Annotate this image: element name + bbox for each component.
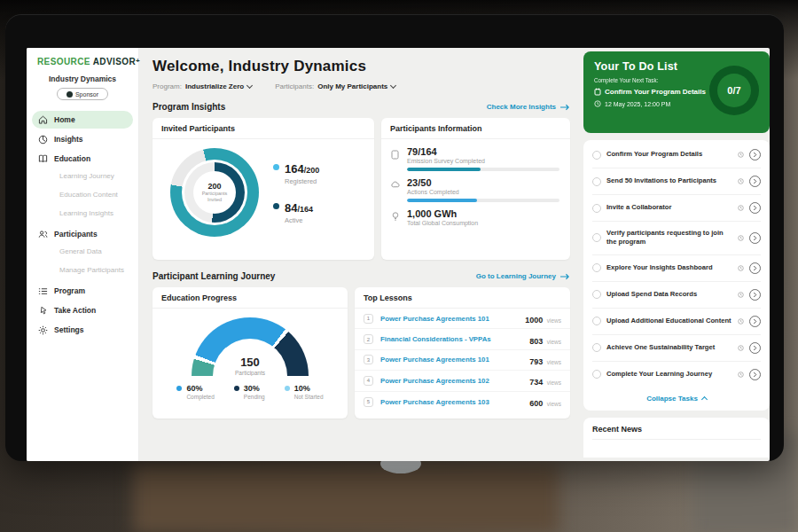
todo-hero-card: Your To Do List Complete Your Next Task:… <box>583 51 770 133</box>
card-title: Top Lessons <box>355 287 570 309</box>
checkbox-circle[interactable] <box>592 263 601 272</box>
sidebar-item-program[interactable]: Program <box>32 282 133 300</box>
brand-advisor: ADVISOR <box>93 57 136 66</box>
chevron-right-button[interactable] <box>749 289 761 301</box>
sidebar-item-participants[interactable]: Participants <box>32 225 133 243</box>
collapse-tasks-link[interactable]: Collapse Tasks <box>592 387 761 407</box>
lesson-rank: 5 <box>364 397 373 407</box>
card-title: Participants Information <box>381 118 570 139</box>
lesson-views: 600 <box>529 399 543 408</box>
sponsor-badge[interactable]: Sponsor <box>57 88 108 100</box>
checkbox-circle[interactable] <box>592 290 601 299</box>
sidebar-item-home[interactable]: Home <box>32 111 133 129</box>
lesson-row: 5 Power Purchase Agreements 103 600 view… <box>355 392 570 412</box>
task-label: Verify participants requesting to join t… <box>606 229 732 247</box>
lesson-link[interactable]: Power Purchase Agreements 102 <box>380 377 522 385</box>
todo-progress-count: 0/7 <box>717 74 751 107</box>
collapse-label: Collapse Tasks <box>646 395 698 403</box>
program-insights-title: Program Insights <box>153 102 225 112</box>
insights-icon <box>38 135 48 145</box>
todo-task[interactable]: Upload Spend Data Records <box>592 282 761 309</box>
stat-value: 79/164 <box>407 146 559 157</box>
calendar-icon <box>594 88 601 96</box>
lesson-link[interactable]: Financial Considerations - VPPAs <box>380 335 522 343</box>
clock-icon <box>738 265 744 271</box>
clock-icon <box>738 178 744 184</box>
clock-icon <box>738 205 744 211</box>
chevron-right-button[interactable] <box>749 369 761 380</box>
todo-task[interactable]: Complete Your Learning Journey <box>592 362 761 387</box>
checkbox-circle[interactable] <box>592 317 601 325</box>
chevron-right-button[interactable] <box>749 262 761 274</box>
checkbox-circle[interactable] <box>592 177 601 186</box>
invited-participants-card: Invited Participants 200 Participants In… <box>153 118 374 260</box>
todo-due-date: 12 May 2025, 12:00 PM <box>605 101 670 107</box>
legend-value: 60% <box>186 384 214 393</box>
checkbox-circle[interactable] <box>592 343 601 352</box>
todo-task[interactable]: Confirm Your Program Details <box>592 142 761 168</box>
sidebar-item-manage-participants[interactable]: Manage Participants <box>32 263 133 280</box>
lesson-row: 1 Power Purchase Agreements 101 1000 vie… <box>355 309 570 329</box>
sidebar-item-learning-insights[interactable]: Learning Insights <box>32 207 133 223</box>
sidebar-nav: Home Insights Education Learning Journey… <box>27 111 138 339</box>
sidebar-item-general-data[interactable]: General Data <box>32 245 133 262</box>
legend-completed: 60% Completed <box>176 384 214 400</box>
task-label: Confirm Your Program Details <box>606 150 732 159</box>
clock-icon <box>738 372 744 378</box>
todo-next-task: Confirm Your Program Details <box>605 88 706 96</box>
legend-value: 84 <box>285 201 297 215</box>
lesson-views: 803 <box>529 337 543 346</box>
sidebar-item-education[interactable]: Education <box>32 150 133 168</box>
sidebar-item-insights[interactable]: Insights <box>32 130 133 148</box>
sidebar-item-learning-journey[interactable]: Learning Journey <box>32 169 133 186</box>
views-word: views <box>547 317 561 324</box>
top-lessons-card: Top Lessons 1 Power Purchase Agreements … <box>355 287 570 419</box>
program-select[interactable]: Program: Industrialize Zero <box>153 82 252 90</box>
todo-task[interactable]: Achieve One Sustainability Target <box>592 335 761 362</box>
check-more-insights-link[interactable]: Check More Insights <box>487 103 570 111</box>
lesson-link[interactable]: Power Purchase Agreements 101 <box>380 356 522 364</box>
lesson-views: 793 <box>529 357 543 366</box>
program-value: Industrialize Zero <box>185 82 244 90</box>
todo-task[interactable]: Upload Additional Educational Content <box>592 309 761 335</box>
stat-label: Total Global Consumption <box>407 220 559 226</box>
gauge-center-value: 150 <box>240 356 260 369</box>
lesson-link[interactable]: Power Purchase Agreements 103 <box>380 398 522 406</box>
checkbox-circle[interactable] <box>592 233 601 242</box>
progress-bar <box>407 168 559 171</box>
gear-icon <box>38 325 48 335</box>
survey-icon <box>390 146 400 171</box>
learning-journey-title: Participant Learning Journey <box>153 271 275 281</box>
legend-denominator: /164 <box>297 205 313 214</box>
sponsor-label: Sponsor <box>75 91 98 98</box>
chevron-right-button[interactable] <box>749 342 761 354</box>
lesson-link[interactable]: Power Purchase Agreements 101 <box>380 315 518 323</box>
chevron-right-button[interactable] <box>749 149 761 160</box>
todo-task[interactable]: Invite a Collaborator <box>592 195 761 222</box>
recent-news-title: Recent News <box>592 425 761 440</box>
checkbox-circle[interactable] <box>592 204 601 213</box>
todo-task[interactable]: Send 50 Invitations to Participants <box>592 168 761 195</box>
chevron-right-button[interactable] <box>749 232 761 244</box>
stat-value: 1,000 GWh <box>407 208 559 219</box>
sidebar-item-take-action[interactable]: Take Action <box>32 301 133 319</box>
views-word: views <box>547 401 561 407</box>
lesson-views: 1000 <box>525 316 543 325</box>
participants-select[interactable]: Participants: Only My Participants <box>275 82 395 90</box>
chevron-right-button[interactable] <box>749 176 761 187</box>
todo-task[interactable]: Explore Your Insights Dashboard <box>592 255 761 282</box>
stat-actions-completed: 23/50 Actions Completed <box>390 177 559 202</box>
lesson-rank: 2 <box>364 334 373 344</box>
main-content: Welcome, Industry Dynamics Program: Indu… <box>139 48 577 461</box>
task-label: Invite a Collaborator <box>606 203 732 212</box>
checkbox-circle[interactable] <box>592 370 601 379</box>
todo-task[interactable]: Verify participants requesting to join t… <box>592 222 761 255</box>
sidebar-item-education-content[interactable]: Education Content <box>32 188 133 205</box>
go-to-learning-journey-link[interactable]: Go to Learning Journey <box>476 272 570 280</box>
participants-information-card: Participants Information 79/164 Emission… <box>381 118 570 260</box>
checkbox-circle[interactable] <box>592 151 601 160</box>
chevron-right-button[interactable] <box>749 316 761 327</box>
sidebar-item-settings[interactable]: Settings <box>32 321 133 339</box>
todo-column: Your To Do List Complete Your Next Task:… <box>583 51 770 458</box>
chevron-right-button[interactable] <box>749 202 761 214</box>
